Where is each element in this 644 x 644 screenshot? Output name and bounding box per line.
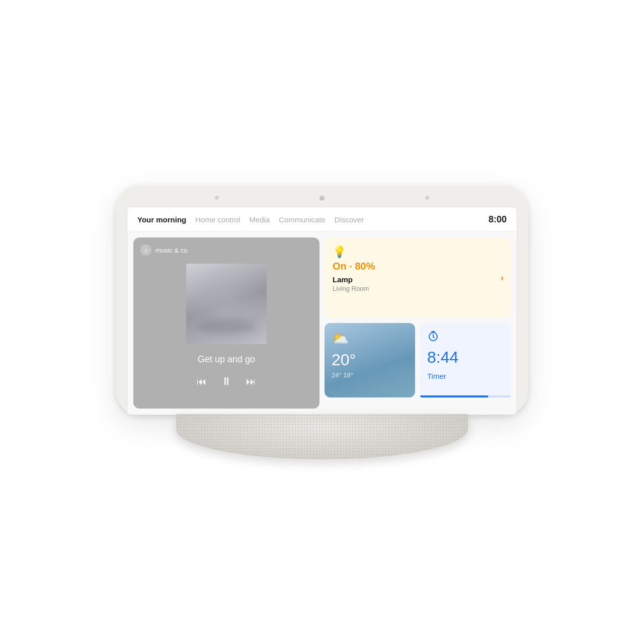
timer-card[interactable]: 8:44 Timer [420, 323, 511, 397]
music-controls: ⏮ ⏸ ⏭ [197, 375, 256, 388]
camera-dot-right [425, 196, 429, 200]
nav-discover[interactable]: Discover [335, 215, 373, 224]
camera-dot-center [319, 196, 325, 201]
nav-your-morning[interactable]: Your morning [137, 215, 195, 224]
timer-time: 8:44 [427, 348, 504, 367]
light-bulb-icon: 💡 [333, 246, 503, 259]
nav-home-control[interactable]: Home control [195, 215, 249, 224]
album-art [186, 264, 267, 344]
weather-card[interactable]: ⛅ 20° 24° 18° [325, 323, 415, 397]
next-button[interactable]: ⏭ [246, 376, 256, 387]
light-device-name: Lamp [333, 275, 503, 284]
content-area: ♫ music & co Get up and go ⏮ ⏸ ⏭ 💡 [127, 231, 517, 415]
device-screen: Your morning Home control Media Communic… [127, 207, 517, 415]
music-service-name: music & co [155, 247, 188, 254]
camera-dot-left [215, 196, 219, 200]
play-pause-button[interactable]: ⏸ [221, 375, 232, 388]
timer-progress-bar-container [420, 395, 511, 397]
speaker-base [176, 414, 468, 459]
timer-progress-fill [420, 395, 488, 397]
nav-communicate[interactable]: Communicate [279, 215, 335, 224]
song-title: Get up and go [198, 354, 255, 365]
current-time: 8:00 [489, 214, 507, 225]
light-card[interactable]: 💡 On · 80% Lamp Living Room › [325, 237, 511, 318]
music-card[interactable]: ♫ music & co Get up and go ⏮ ⏸ ⏭ [133, 237, 319, 409]
timer-label: Timer [427, 372, 504, 380]
weather-range: 24° 18° [332, 371, 408, 379]
nav-bar: Your morning Home control Media Communic… [127, 207, 517, 231]
device-body: Your morning Home control Media Communic… [116, 185, 528, 415]
music-header: ♫ music & co [140, 245, 312, 256]
light-room-name: Living Room [333, 285, 503, 292]
weather-content: ⛅ 20° 24° 18° [332, 330, 408, 379]
light-arrow-icon: › [501, 273, 504, 283]
prev-button[interactable]: ⏮ [197, 376, 207, 387]
music-service-icon: ♫ [140, 245, 151, 256]
camera-bar [127, 196, 517, 201]
timer-icon [427, 330, 504, 345]
light-status: On · 80% [333, 261, 503, 272]
bottom-cards-row: ⛅ 20° 24° 18° [325, 323, 511, 397]
weather-icon: ⛅ [332, 330, 408, 347]
nav-media[interactable]: Media [249, 215, 279, 224]
speaker-fabric-texture [176, 414, 468, 459]
google-nest-hub: Your morning Home control Media Communic… [116, 185, 528, 459]
weather-temperature: 20° [332, 351, 408, 369]
